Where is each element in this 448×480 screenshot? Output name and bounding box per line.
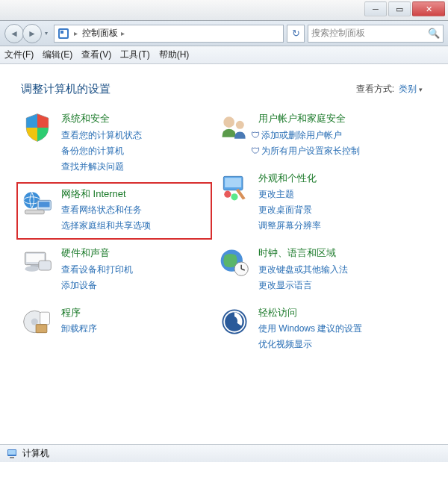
- category-title-link[interactable]: 时钟、语言和区域: [258, 246, 348, 261]
- menu-edit[interactable]: 编辑(E): [43, 49, 72, 61]
- category-hardware-sound: 硬件和声音 查看设备和打印机 添加设备: [21, 246, 208, 292]
- navigation-bar: ◄ ► ▾ ▸ 控制面板 ▸ ↻ 搜索控制面板 🔍: [0, 21, 448, 46]
- view-by: 查看方式: 类别: [356, 83, 423, 96]
- category-system-security: 系统和安全 查看您的计算机状态 备份您的计算机 查找并解决问题: [21, 111, 208, 173]
- svg-point-18: [236, 121, 244, 129]
- content-area: 调整计算机的设置 查看方式: 类别 系统和安全 查看您的计算机状态 备份您的计算…: [0, 64, 448, 460]
- minimize-button[interactable]: ─: [364, 1, 387, 16]
- clock-globe-icon: [218, 246, 251, 278]
- svg-rect-7: [25, 210, 45, 214]
- svg-rect-11: [39, 261, 51, 270]
- svg-point-17: [223, 116, 234, 128]
- ease-of-access-icon: [218, 305, 251, 338]
- category-title-link[interactable]: 外观和个性化: [258, 171, 321, 186]
- svg-point-21: [224, 190, 231, 197]
- menu-file[interactable]: 文件(F): [4, 49, 34, 61]
- nav-forward-button[interactable]: ►: [22, 24, 42, 43]
- titlebar: ─ ▭ ✕: [0, 0, 448, 21]
- category-title-link[interactable]: 网络和 Internet: [61, 187, 151, 202]
- status-bar: 计算机: [0, 444, 448, 462]
- nav-back-button[interactable]: ◄: [4, 24, 24, 43]
- category-title-link[interactable]: 系统和安全: [61, 111, 142, 126]
- network-icon: [21, 187, 54, 219]
- category-sublink[interactable]: 更改键盘或其他输入法: [258, 263, 348, 276]
- refresh-icon: ↻: [292, 28, 300, 39]
- category-sublink[interactable]: 优化视频显示: [258, 337, 362, 351]
- svg-rect-31: [10, 457, 14, 458]
- category-appearance: 外观和个性化 更改主题 更改桌面背景 调整屏幕分辨率: [218, 171, 405, 233]
- computer-icon: [6, 448, 18, 460]
- category-sublink[interactable]: 备份您的计算机: [61, 144, 142, 158]
- arrow-right-icon: ►: [28, 28, 37, 39]
- appearance-icon: [218, 171, 251, 204]
- category-sublink[interactable]: 添加设备: [61, 278, 133, 292]
- users-icon: [218, 111, 251, 144]
- svg-rect-6: [39, 202, 50, 207]
- window-controls: ─ ▭ ✕: [363, 1, 445, 20]
- control-panel-icon: [57, 28, 69, 40]
- category-title-link[interactable]: 程序: [61, 305, 97, 320]
- breadcrumb[interactable]: 控制面板 ▸: [82, 27, 126, 40]
- arrow-left-icon: ◄: [10, 28, 19, 39]
- address-bar[interactable]: ▸ 控制面板 ▸: [54, 25, 284, 43]
- nav-arrows: ◄ ► ▾: [4, 24, 51, 43]
- category-sublink[interactable]: 选择家庭组和共享选项: [61, 219, 151, 232]
- category-title-link[interactable]: 轻松访问: [258, 305, 362, 320]
- breadcrumb-separator-icon: ▸: [72, 29, 79, 37]
- breadcrumb-separator-icon: ▸: [119, 29, 126, 37]
- refresh-button[interactable]: ↻: [287, 25, 305, 43]
- category-sublink[interactable]: 添加或删除用户帐户: [261, 130, 342, 140]
- category-title-link[interactable]: 硬件和声音: [61, 246, 133, 261]
- category-ease-of-access: 轻松访问 使用 Windows 建议的设置 优化视频显示: [218, 305, 405, 352]
- menu-view[interactable]: 查看(V): [81, 49, 111, 61]
- maximize-button[interactable]: ▭: [388, 1, 411, 16]
- category-programs: 程序 卸载程序: [21, 305, 208, 338]
- view-by-dropdown[interactable]: 类别: [399, 83, 423, 96]
- breadcrumb-item[interactable]: 控制面板: [82, 27, 118, 40]
- search-placeholder: 搜索控制面板: [311, 27, 365, 40]
- menu-help[interactable]: 帮助(H): [159, 49, 190, 61]
- category-sublink[interactable]: 查看您的计算机状态: [61, 128, 142, 142]
- shield-icon: [21, 111, 54, 144]
- categories-column-right: 用户帐户和家庭安全 🛡添加或删除用户帐户 🛡为所有用户设置家长控制 外观和个性化…: [218, 111, 405, 351]
- search-icon: 🔍: [428, 28, 440, 39]
- close-button[interactable]: ✕: [412, 1, 445, 16]
- category-sublink[interactable]: 查找并解决问题: [61, 160, 142, 173]
- svg-rect-20: [225, 178, 241, 187]
- category-sublink[interactable]: 查看设备和打印机: [61, 263, 133, 276]
- menu-tools[interactable]: 工具(T): [120, 49, 149, 61]
- category-user-accounts: 用户帐户和家庭安全 🛡添加或删除用户帐户 🛡为所有用户设置家长控制: [218, 111, 405, 158]
- category-network-internet: 网络和 Internet 查看网络状态和任务 选择家庭组和共享选项: [16, 182, 212, 240]
- category-title-link[interactable]: 用户帐户和家庭安全: [258, 111, 360, 126]
- svg-point-22: [231, 193, 237, 200]
- hardware-icon: [21, 246, 54, 278]
- svg-point-12: [25, 267, 39, 272]
- category-sublink[interactable]: 为所有用户设置家长控制: [261, 146, 360, 156]
- svg-rect-2: [60, 31, 63, 34]
- search-input[interactable]: 搜索控制面板 🔍: [308, 25, 444, 43]
- category-sublink[interactable]: 调整屏幕分辨率: [258, 219, 321, 232]
- category-sublink[interactable]: 更改桌面背景: [258, 203, 321, 216]
- shield-bullet-icon: 🛡: [251, 130, 260, 140]
- categories-column-left: 系统和安全 查看您的计算机状态 备份您的计算机 查找并解决问题 网络和 Inte…: [21, 111, 208, 351]
- category-sublink[interactable]: 查看网络状态和任务: [61, 203, 151, 216]
- menu-bar: 文件(F) 编辑(E) 查看(V) 工具(T) 帮助(H): [0, 46, 448, 64]
- page-title: 调整计算机的设置: [21, 82, 111, 96]
- category-sublink[interactable]: 更改主题: [258, 187, 321, 201]
- svg-rect-30: [8, 450, 16, 455]
- category-sublink[interactable]: 卸载程序: [61, 322, 97, 335]
- category-sublink[interactable]: 更改显示语言: [258, 278, 348, 292]
- view-by-label: 查看方式:: [356, 83, 394, 96]
- nav-history-dropdown[interactable]: ▾: [42, 24, 51, 43]
- category-sublink[interactable]: 使用 Windows 建议的设置: [258, 322, 362, 335]
- view-by-value: 类别: [399, 83, 417, 96]
- svg-rect-16: [36, 324, 47, 332]
- svg-rect-15: [40, 312, 50, 325]
- status-label: 计算机: [22, 447, 49, 460]
- category-clock-language: 时钟、语言和区域 更改键盘或其他输入法 更改显示语言: [218, 246, 405, 292]
- programs-icon: [21, 305, 54, 338]
- shield-bullet-icon: 🛡: [251, 146, 260, 156]
